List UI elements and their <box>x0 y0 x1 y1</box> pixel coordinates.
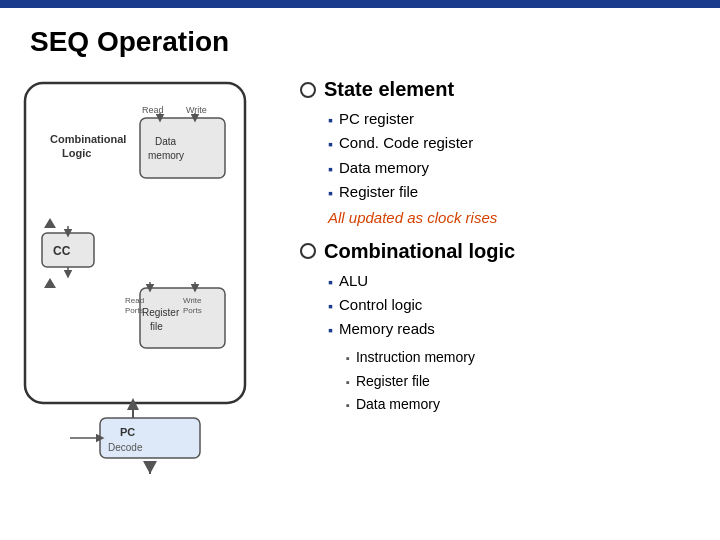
svg-text:Register: Register <box>142 307 180 318</box>
svg-text:Logic: Logic <box>62 147 91 159</box>
list-item: ALU <box>328 269 700 293</box>
combinational-title: Combinational logic <box>324 240 515 263</box>
list-item: Register file <box>328 180 700 204</box>
top-bar <box>0 0 720 8</box>
svg-text:Ports: Ports <box>183 306 202 315</box>
svg-text:PC: PC <box>120 426 135 438</box>
diagram-area: Combinational Logic Data memory Read Wri… <box>20 68 280 482</box>
svg-rect-3 <box>140 118 225 178</box>
list-item: Memory reads <box>328 317 700 341</box>
list-item: Register file <box>346 370 700 394</box>
right-content: State element PC register Cond. Code reg… <box>290 68 700 482</box>
state-element-header: State element <box>300 78 700 101</box>
svg-text:CC: CC <box>53 244 71 258</box>
content-area: Combinational Logic Data memory Read Wri… <box>0 68 720 482</box>
svg-text:Combinational: Combinational <box>50 133 126 145</box>
list-item: PC register <box>328 107 700 131</box>
svg-text:Read: Read <box>125 296 144 305</box>
svg-text:Write: Write <box>183 296 202 305</box>
state-element-title: State element <box>324 78 454 101</box>
list-item: Instruction memory <box>346 346 700 370</box>
memory-reads-sublist: Instruction memory Register file Data me… <box>300 346 700 417</box>
svg-text:Ports: Ports <box>125 306 144 315</box>
list-item: Cond. Code register <box>328 131 700 155</box>
svg-text:memory: memory <box>148 150 184 161</box>
combinational-header: Combinational logic <box>300 240 700 263</box>
state-element-section: State element PC register Cond. Code reg… <box>300 78 700 226</box>
diagram-svg: Combinational Logic Data memory Read Wri… <box>20 78 270 478</box>
combinational-list: ALU Control logic Memory reads <box>300 269 700 342</box>
svg-marker-15 <box>44 278 56 288</box>
combinational-section: Combinational logic ALU Control logic Me… <box>300 240 700 418</box>
state-element-list: PC register Cond. Code register Data mem… <box>300 107 700 205</box>
svg-text:Data: Data <box>155 136 177 147</box>
page-title: SEQ Operation <box>0 8 720 68</box>
list-item: Data memory <box>346 393 700 417</box>
svg-marker-14 <box>44 218 56 228</box>
svg-text:Decode: Decode <box>108 442 143 453</box>
state-element-bullet <box>300 82 316 98</box>
svg-text:Write: Write <box>186 105 207 115</box>
clock-note: All updated as clock rises <box>300 209 700 226</box>
svg-text:file: file <box>150 321 163 332</box>
list-item: Data memory <box>328 156 700 180</box>
list-item: Control logic <box>328 293 700 317</box>
combinational-bullet <box>300 243 316 259</box>
